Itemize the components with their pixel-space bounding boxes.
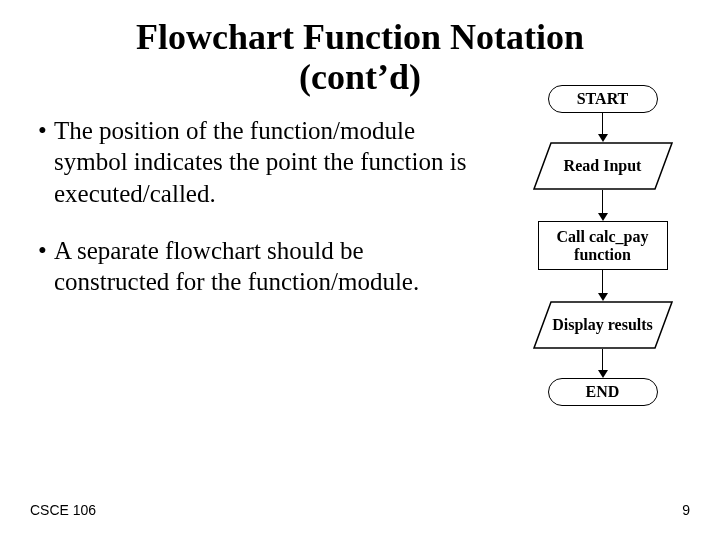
io-label: Read Input xyxy=(564,157,642,175)
arrow-down-icon xyxy=(596,270,610,301)
bullet-list: • The position of the function/module sy… xyxy=(38,115,478,323)
list-item: • The position of the function/module sy… xyxy=(38,115,478,209)
bullet-text: The position of the function/module symb… xyxy=(54,115,478,209)
arrow-down-icon xyxy=(596,190,610,221)
terminator-label: END xyxy=(586,383,620,401)
arrow-down-icon xyxy=(596,113,610,142)
page-title: Flowchart Function Notation (cont’d) xyxy=(0,0,720,97)
terminator-start: START xyxy=(548,85,658,113)
list-item: • A separate flowchart should be constru… xyxy=(38,235,478,298)
terminator-label: START xyxy=(577,90,629,108)
terminator-end: END xyxy=(548,378,658,406)
footer-course: CSCE 106 xyxy=(30,502,96,518)
bullet-text: A separate flowchart should be construct… xyxy=(54,235,478,298)
arrow-down-icon xyxy=(596,349,610,378)
page-number: 9 xyxy=(682,502,690,518)
process-label: Call calc_pay function xyxy=(543,228,663,263)
bullet-dot: • xyxy=(38,115,54,209)
io-display-results: Display results xyxy=(533,301,673,349)
io-read-input: Read Input xyxy=(533,142,673,190)
title-line-1: Flowchart Function Notation xyxy=(0,18,720,58)
process-call-function: Call calc_pay function xyxy=(538,221,668,270)
io-label: Display results xyxy=(552,316,653,334)
bullet-dot: • xyxy=(38,235,54,298)
flowchart: START Read Input Call calc_pay function … xyxy=(520,85,685,406)
